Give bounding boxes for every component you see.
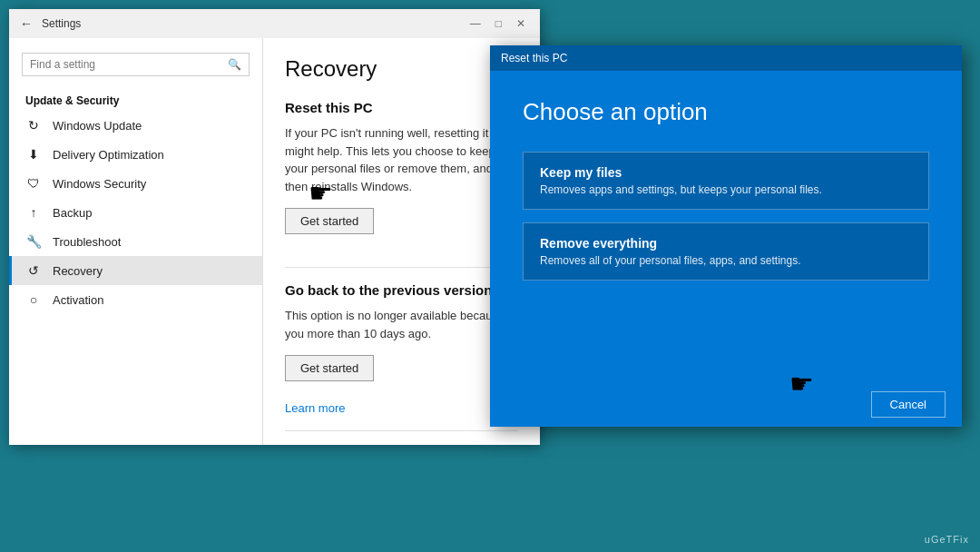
- activation-label: Activation: [53, 293, 103, 307]
- dialog-footer: Cancel: [490, 382, 962, 427]
- windows-update-label: Windows Update: [53, 119, 142, 133]
- search-input[interactable]: [30, 58, 228, 71]
- close-button[interactable]: ✕: [513, 17, 529, 30]
- keep-files-title: Keep my files: [540, 165, 912, 180]
- search-icon: 🔍: [228, 58, 241, 71]
- sidebar-item-backup[interactable]: ↑ Backup: [9, 198, 262, 227]
- activation-icon: ○: [25, 292, 42, 307]
- settings-window: ← Settings — □ ✕ 🔍 Update & Security ↻ W…: [9, 9, 540, 445]
- delivery-optimization-label: Delivery Optimization: [53, 148, 164, 162]
- backup-label: Backup: [53, 206, 92, 220]
- section-divider: [285, 267, 518, 268]
- settings-body: 🔍 Update & Security ↻ Windows Update ⬇ D…: [9, 38, 540, 445]
- keep-files-option[interactable]: Keep my files Removes apps and settings,…: [523, 152, 929, 210]
- maximize-button[interactable]: □: [492, 17, 505, 30]
- window-title: Settings: [42, 17, 81, 30]
- reset-dialog-body: Choose an option Keep my files Removes a…: [490, 71, 962, 382]
- reset-dialog-titlebar: Reset this PC: [490, 45, 962, 71]
- troubleshoot-label: Troubleshoot: [53, 235, 121, 249]
- reset-description: If your PC isn't running well, resetting…: [285, 124, 518, 195]
- choose-option-title: Choose an option: [523, 98, 929, 126]
- remove-everything-desc: Removes all of your personal files, apps…: [540, 254, 912, 267]
- sidebar-item-recovery[interactable]: ↺ Recovery: [9, 256, 262, 285]
- backup-icon: ↑: [25, 205, 42, 220]
- back-button[interactable]: ←: [20, 16, 33, 31]
- sidebar-item-windows-update[interactable]: ↻ Windows Update: [9, 111, 262, 140]
- reset-dialog: Reset this PC Choose an option Keep my f…: [490, 45, 962, 427]
- windows-security-label: Windows Security: [53, 177, 146, 191]
- sidebar-item-activation[interactable]: ○ Activation: [9, 285, 262, 314]
- delivery-optimization-icon: ⬇: [25, 147, 42, 162]
- learn-more-link[interactable]: Learn more: [285, 401, 345, 415]
- reset-dialog-title: Reset this PC: [501, 52, 567, 64]
- cancel-button[interactable]: Cancel: [871, 391, 946, 418]
- reset-get-started-button[interactable]: Get started: [285, 208, 374, 234]
- recovery-label: Recovery: [53, 264, 103, 278]
- go-back-description: This option is no longer available becau…: [285, 307, 518, 342]
- reset-section-title: Reset this PC: [285, 100, 518, 115]
- go-back-get-started-button[interactable]: Get started: [285, 355, 374, 381]
- sidebar: 🔍 Update & Security ↻ Windows Update ⬇ D…: [9, 38, 263, 445]
- remove-everything-title: Remove everything: [540, 236, 912, 251]
- troubleshoot-icon: 🔧: [25, 234, 42, 249]
- page-title: Recovery: [285, 56, 518, 82]
- keep-files-desc: Removes apps and settings, but keeps you…: [540, 183, 912, 196]
- go-back-section-title: Go back to the previous version of: [285, 282, 518, 298]
- sidebar-item-troubleshoot[interactable]: 🔧 Troubleshoot: [9, 227, 262, 256]
- sidebar-section-label: Update & Security: [9, 87, 262, 111]
- search-box[interactable]: 🔍: [22, 53, 250, 76]
- title-bar-left: ← Settings: [20, 16, 81, 31]
- sidebar-item-delivery-optimization[interactable]: ⬇ Delivery Optimization: [9, 140, 262, 169]
- sidebar-item-windows-security[interactable]: 🛡 Windows Security: [9, 169, 262, 198]
- title-bar: ← Settings — □ ✕: [9, 9, 540, 38]
- windows-update-icon: ↻: [25, 118, 42, 133]
- recovery-icon: ↺: [25, 263, 42, 278]
- windows-security-icon: 🛡: [25, 176, 42, 191]
- remove-everything-option[interactable]: Remove everything Removes all of your pe…: [523, 222, 929, 281]
- minimize-button[interactable]: —: [466, 17, 485, 30]
- section-divider-2: [285, 430, 518, 431]
- watermark: uGeTFix: [925, 534, 969, 545]
- window-controls: — □ ✕: [466, 17, 529, 30]
